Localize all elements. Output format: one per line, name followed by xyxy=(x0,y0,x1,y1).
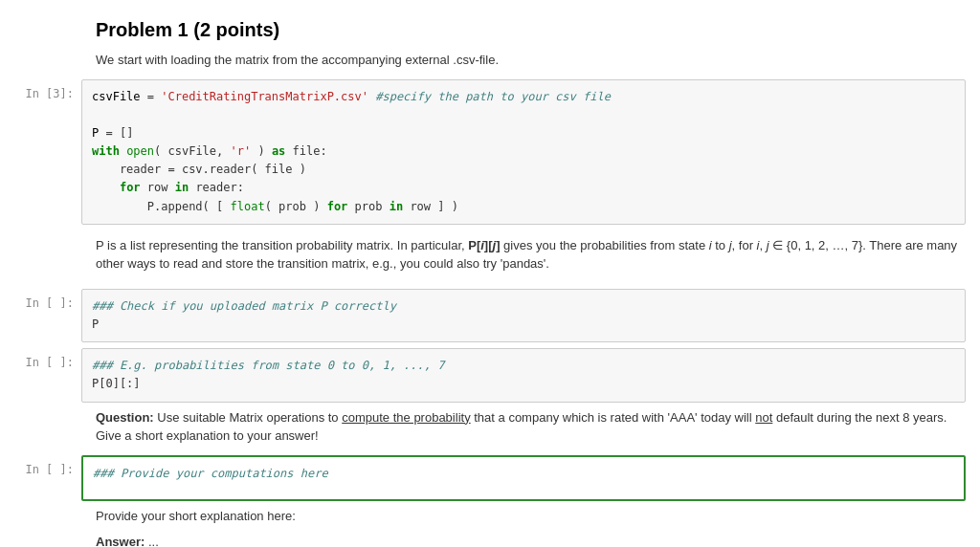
code-kw-as: as xyxy=(272,144,285,158)
cell1-label: In [3]: xyxy=(0,79,81,225)
answer-dots: ... xyxy=(145,535,158,547)
code-row: row ] ) xyxy=(403,200,458,213)
cell4-comment: ### Provide your computations here xyxy=(93,467,328,480)
description-text: P is a list representing the transition … xyxy=(96,230,961,279)
code-kw-with: with xyxy=(92,144,126,158)
pij-i: i xyxy=(480,238,484,252)
pij-bold: P[i][j] xyxy=(468,238,500,252)
code-file: file: xyxy=(285,144,326,158)
code-cell-2[interactable]: ### Check if you uploaded matrix P corre… xyxy=(81,289,966,342)
question-text: Question: Use suitable Matrix operations… xyxy=(96,408,961,446)
code-indent3: P.append( [ xyxy=(92,200,231,213)
cell3-comment: ### E.g. probabilities from state 0 to 0… xyxy=(92,359,444,372)
code-reader: reader: xyxy=(189,181,244,194)
code-equals: = xyxy=(147,90,161,103)
code-cell-4[interactable]: ### Provide your computations here xyxy=(81,455,966,501)
code-open-args: ( csvFile, xyxy=(154,144,230,158)
code-indent2 xyxy=(92,181,120,194)
not-underline: not xyxy=(755,410,772,425)
cell2-comment: ### Check if you uploaded matrix P corre… xyxy=(92,299,396,313)
cell4-label: In [ ]: xyxy=(0,455,81,501)
compute-underline: compute the probability xyxy=(342,410,470,425)
code-eq2: = [] xyxy=(105,126,133,140)
j-set: j xyxy=(767,238,769,252)
code-kw-in2: in xyxy=(390,200,403,213)
code-cell-3[interactable]: ### E.g. probabilities from state 0 to 0… xyxy=(81,348,966,402)
cell3-var: P[0][:] xyxy=(92,377,141,390)
code-kw-for2: for xyxy=(327,200,348,213)
code-float: float xyxy=(231,200,265,213)
state-j: j xyxy=(729,238,732,252)
code-cell-1[interactable]: csvFile = 'CreditRatingTransMatrixP.csv'… xyxy=(81,79,966,225)
code-indent1: reader = csv.reader( file ) xyxy=(92,163,306,176)
code-for-row: row xyxy=(141,181,175,194)
code-cell-3-wrapper: In [ ]: ### E.g. probabilities from stat… xyxy=(0,348,980,402)
code-prob: ( prob ) xyxy=(265,200,327,213)
intro-text: We start with loading the matrix from th… xyxy=(96,51,961,70)
short-explanation: Provide your short explanation here: xyxy=(96,507,961,526)
code-p: P xyxy=(92,126,105,140)
cell3-label: In [ ]: xyxy=(0,348,81,402)
code-var: csvFile xyxy=(92,90,147,103)
code-r: 'r' xyxy=(231,144,252,158)
code-prob2: prob xyxy=(347,200,389,213)
description-content: P is a list representing the transition … xyxy=(96,238,957,272)
pij-j: j xyxy=(493,238,497,252)
code-cell-1-wrapper: In [3]: csvFile = 'CreditRatingTransMatr… xyxy=(0,79,980,225)
notebook-container: Problem 1 (2 points) We start with loadi… xyxy=(0,0,980,547)
code-kw-for: for xyxy=(120,181,141,194)
state-i: i xyxy=(709,238,712,252)
answer-label: Answer: xyxy=(96,535,145,547)
cell2-label: In [ ]: xyxy=(0,289,81,342)
code-kw-in: in xyxy=(175,181,189,194)
question-body: Use suitable Matrix operations to comput… xyxy=(96,410,947,444)
code-string: 'CreditRatingTransMatrixP.csv' xyxy=(161,90,368,103)
code-cell-2-wrapper: In [ ]: ### Check if you uploaded matrix… xyxy=(0,289,980,342)
answer-cell: Answer: ... xyxy=(96,535,961,547)
code-as: ) xyxy=(251,144,272,158)
code-cell-4-wrapper: In [ ]: ### Provide your computations he… xyxy=(0,455,980,501)
ij-set: i xyxy=(757,238,760,252)
problem-title: Problem 1 (2 points) xyxy=(96,19,980,41)
code-comment: #specify the path to your csv file xyxy=(368,90,611,103)
code-open: open xyxy=(126,144,154,158)
question-bold: Question: xyxy=(96,410,154,425)
cell2-var: P xyxy=(92,317,99,331)
